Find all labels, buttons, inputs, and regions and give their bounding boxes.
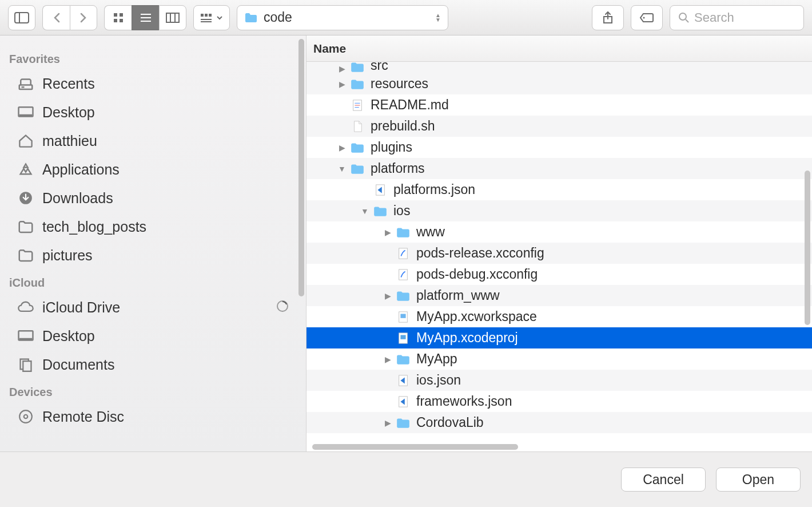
sidebar-item-applications[interactable]: Applications	[0, 155, 306, 184]
sidebar-item-pictures[interactable]: pictures	[0, 241, 306, 270]
sidebar-item-downloads[interactable]: Downloads	[0, 184, 306, 212]
file-row[interactable]: ▶ios.json	[307, 370, 812, 391]
sidebar-icon	[14, 12, 29, 23]
file-scrollbar-horizontal[interactable]	[312, 444, 518, 450]
folder-icon	[350, 78, 365, 90]
disclosure-right-icon[interactable]: ▶	[383, 228, 392, 237]
svg-rect-2	[114, 13, 117, 17]
view-columns-button[interactable]	[159, 5, 186, 30]
xcconfig-icon	[396, 247, 411, 260]
folder-icon	[396, 290, 411, 302]
view-list-button[interactable]	[132, 5, 159, 30]
sidebar-item-tech-blog-posts[interactable]: tech_blog_posts	[0, 212, 306, 241]
svg-point-26	[277, 301, 288, 311]
file-row[interactable]: ▶resources	[307, 73, 812, 94]
vscode-icon	[396, 395, 411, 408]
desktop-icon	[17, 105, 34, 120]
file-name: platform_www	[416, 288, 500, 303]
file-rows: ▶src▶resources▶README.md▶prebuild.sh▶plu…	[307, 62, 812, 451]
file-row[interactable]: ▶www	[307, 221, 812, 243]
svg-rect-4	[114, 19, 117, 22]
file-row[interactable]: ▶CordovaLib	[307, 412, 812, 433]
open-button[interactable]: Open	[716, 468, 801, 492]
cancel-button[interactable]: Cancel	[621, 468, 706, 492]
disclosure-down-icon[interactable]: ▼	[360, 207, 369, 216]
disclosure-down-icon[interactable]: ▼	[337, 164, 347, 173]
forward-button[interactable]	[70, 5, 97, 30]
file-scrollbar-vertical[interactable]	[805, 171, 810, 325]
sidebar-item-recents[interactable]: Recents	[0, 69, 306, 98]
sidebar-item-desktop[interactable]: Desktop	[0, 322, 306, 350]
column-header-name[interactable]: Name	[307, 35, 812, 62]
file-row[interactable]: ▶prebuild.sh	[307, 116, 812, 137]
disclosure-right-icon[interactable]: ▶	[383, 418, 392, 427]
home-icon	[17, 133, 34, 148]
svg-rect-38	[399, 248, 408, 258]
sidebar-scrollbar[interactable]	[298, 39, 304, 296]
file-row[interactable]: ▶platforms.json	[307, 179, 812, 200]
file-row[interactable]: ▶pods-debug.xcconfig	[307, 264, 812, 285]
grid-icon	[113, 12, 124, 23]
disclosure-right-icon[interactable]: ▶	[383, 355, 392, 364]
chevron-right-icon	[79, 13, 87, 23]
desktop-icon	[17, 328, 34, 343]
file-name: pods-debug.xcconfig	[416, 267, 538, 282]
file-row[interactable]: ▶plugins	[307, 137, 812, 158]
disclosure-right-icon[interactable]: ▶	[383, 291, 392, 300]
share-button[interactable]	[592, 5, 624, 30]
path-selector[interactable]: code ▲▼	[237, 5, 448, 30]
dialog-footer: Cancel Open	[0, 451, 812, 507]
sidebar-item-matthieu[interactable]: matthieu	[0, 126, 306, 155]
file-row[interactable]: ▶MyApp.xcodeproj	[307, 327, 812, 348]
column-header-label: Name	[313, 42, 346, 56]
file-list: Name ▶src▶resources▶README.md▶prebuild.s…	[307, 35, 812, 451]
sidebar-item-label: iCloud Drive	[42, 299, 120, 316]
svg-rect-9	[166, 13, 179, 22]
back-button[interactable]	[42, 5, 70, 30]
file-row[interactable]: ▼platforms	[307, 158, 812, 179]
file-name: CordovaLib	[416, 415, 484, 430]
svg-point-18	[643, 17, 645, 18]
folder-icon	[244, 12, 258, 23]
sidebar-item-label: Remote Disc	[42, 409, 124, 425]
svg-rect-22	[22, 86, 25, 88]
file-row[interactable]: ▼ios	[307, 200, 812, 221]
xcconfig-icon	[396, 268, 411, 281]
disclosure-right-icon[interactable]: ▶	[337, 80, 347, 89]
chevron-left-icon	[53, 13, 61, 23]
svg-rect-28	[19, 338, 33, 340]
sidebar-toggle-button[interactable]	[8, 5, 35, 30]
sidebar-item-documents[interactable]: Documents	[0, 350, 306, 379]
svg-rect-14	[209, 14, 212, 17]
view-icons-button[interactable]	[104, 5, 132, 30]
sidebar-item-label: pictures	[42, 247, 93, 264]
file-row[interactable]: ▶platform_www	[307, 285, 812, 306]
file-name: plugins	[371, 140, 412, 155]
file-row[interactable]: ▶MyApp	[307, 348, 812, 370]
sidebar-item-remote-disc[interactable]: Remote Disc	[0, 402, 306, 431]
group-button[interactable]	[193, 5, 230, 30]
file-row[interactable]: ▶pods-release.xcconfig	[307, 243, 812, 264]
sidebar-item-desktop[interactable]: Desktop	[0, 98, 306, 126]
file-row[interactable]: ▶README.md	[307, 94, 812, 116]
folder-icon	[373, 205, 388, 217]
file-row[interactable]: ▶src	[307, 62, 812, 73]
disclosure-right-icon[interactable]: ▶	[337, 143, 347, 152]
disc-icon	[17, 409, 34, 424]
xcproj-icon	[396, 332, 411, 344]
progress-icon	[276, 299, 289, 316]
svg-rect-41	[400, 314, 405, 318]
nav-buttons	[42, 5, 97, 30]
sidebar-item-icloud-drive[interactable]: iCloud Drive	[0, 293, 306, 322]
search-icon	[678, 12, 690, 23]
folder-icon	[396, 417, 411, 429]
search-input[interactable]: Search	[670, 5, 804, 30]
file-name: ios	[393, 203, 410, 219]
file-row[interactable]: ▶MyApp.xcworkspace	[307, 306, 812, 327]
tags-button[interactable]	[631, 5, 663, 30]
svg-rect-13	[205, 14, 208, 17]
sidebar-item-label: Downloads	[42, 190, 113, 207]
folder-icon	[396, 226, 411, 239]
disclosure-right-icon[interactable]: ▶	[337, 64, 347, 73]
file-row[interactable]: ▶frameworks.json	[307, 391, 812, 412]
